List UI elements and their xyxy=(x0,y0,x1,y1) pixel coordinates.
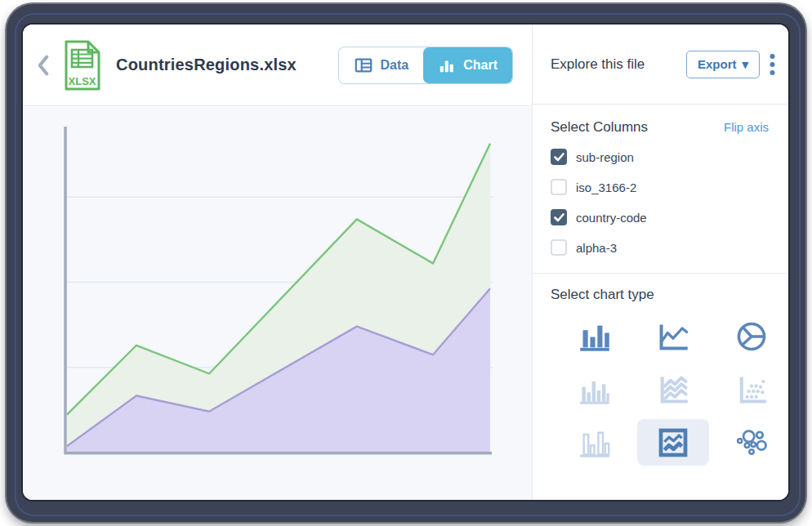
svg-text:XLSX: XLSX xyxy=(69,75,96,87)
stream-chart-icon xyxy=(656,373,690,406)
column-checkbox-list: sub-regioniso_3166-2country-codealpha-3 xyxy=(551,148,769,256)
chart-type-histogram-chart[interactable] xyxy=(559,366,631,412)
tab-chart[interactable]: Chart xyxy=(423,47,512,83)
checkbox[interactable] xyxy=(551,239,567,256)
select-columns-section: Select Columns Flip axis sub-regioniso_3… xyxy=(533,105,788,274)
column-checkbox-row[interactable]: sub-region xyxy=(551,148,769,166)
column-checkbox-row[interactable]: iso_3166-2 xyxy=(551,178,769,196)
line-chart-icon xyxy=(656,320,690,353)
kebab-icon xyxy=(770,53,775,76)
chart-type-section: Select chart type xyxy=(533,274,788,466)
select-columns-title: Select Columns xyxy=(551,119,648,136)
column-checkbox-row[interactable]: alpha-3 xyxy=(551,238,769,256)
pie-chart-icon xyxy=(734,320,769,353)
bubble-chart-icon xyxy=(734,427,769,458)
chart-type-pie-chart[interactable] xyxy=(716,313,787,359)
kebab-menu-button[interactable] xyxy=(770,53,775,76)
app-window: XLSX CountriesRegions.xlsx Data xyxy=(23,25,788,500)
select-chart-type-title: Select chart type xyxy=(551,287,788,303)
area-chart xyxy=(47,123,505,482)
column-label: alpha-3 xyxy=(576,241,617,255)
export-button[interactable]: Export ▾ xyxy=(686,51,760,78)
column-checkbox-row[interactable]: country-code xyxy=(551,208,769,226)
chart-type-line-chart[interactable] xyxy=(637,313,709,359)
chart-type-bubble-chart[interactable] xyxy=(716,419,787,466)
outline-bar-chart-icon xyxy=(578,426,612,459)
column-label: sub-region xyxy=(576,150,634,164)
column-label: iso_3166-2 xyxy=(576,181,636,194)
page-title-filename: CountriesRegions.xlsx xyxy=(116,56,297,74)
check-icon xyxy=(554,213,564,222)
explore-title: Explore this file xyxy=(533,56,645,73)
tab-data[interactable]: Data xyxy=(339,47,424,83)
checkbox[interactable] xyxy=(551,179,567,195)
scatter-plot-icon xyxy=(734,373,769,406)
chevron-left-icon xyxy=(36,54,50,77)
sidebar: Explore this file Export ▾ Select Column… xyxy=(532,25,788,500)
sidebar-header: Explore this file Export ▾ xyxy=(533,25,788,105)
table-icon xyxy=(354,56,373,75)
chart-type-stream-chart[interactable] xyxy=(637,366,709,412)
chart-canvas-area xyxy=(23,107,532,500)
flip-axis-link[interactable]: Flip axis xyxy=(724,120,769,134)
chart-type-bar-chart[interactable] xyxy=(559,313,631,359)
bar-chart-icon xyxy=(438,56,456,74)
chart-type-scatter-plot[interactable] xyxy=(716,366,787,412)
bar-chart-icon xyxy=(578,320,612,353)
chart-type-grid xyxy=(559,313,788,466)
chart-type-outline-bar-chart[interactable] xyxy=(559,419,631,466)
file-header: XLSX CountriesRegions.xlsx Data xyxy=(23,25,532,106)
histogram-chart-icon xyxy=(578,373,612,406)
checkbox[interactable] xyxy=(551,149,567,165)
chart-type-area-chart[interactable] xyxy=(637,419,709,466)
back-button[interactable] xyxy=(36,53,52,78)
area-chart-icon xyxy=(656,426,690,459)
tab-data-label: Data xyxy=(381,58,409,73)
xlsx-file-icon: XLSX xyxy=(60,39,105,91)
tab-chart-label: Chart xyxy=(463,58,497,73)
view-toggle: Data Chart xyxy=(339,47,512,83)
export-label: Export xyxy=(698,57,737,71)
column-label: country-code xyxy=(576,211,647,225)
check-icon xyxy=(554,153,564,162)
caret-down-icon: ▾ xyxy=(742,57,748,72)
checkbox[interactable] xyxy=(551,209,567,225)
